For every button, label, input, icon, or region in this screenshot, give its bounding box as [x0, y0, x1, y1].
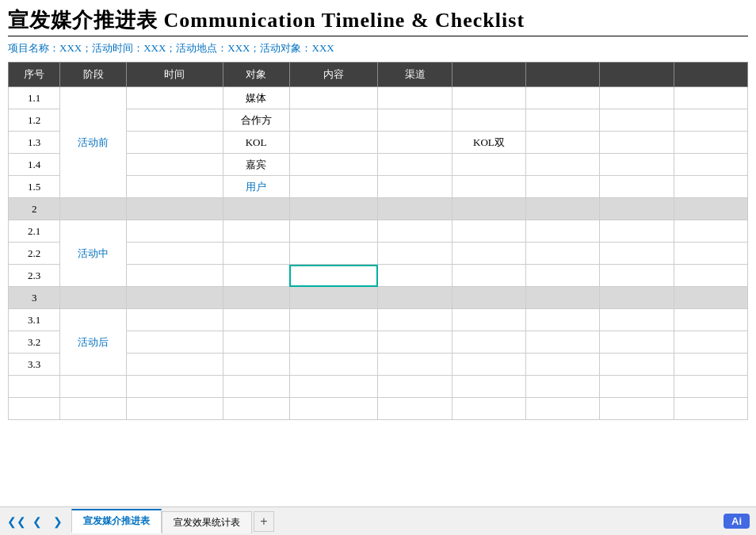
- cell-time[interactable]: [127, 132, 223, 154]
- cell-content[interactable]: [289, 154, 378, 176]
- table-row[interactable]: 3: [9, 287, 748, 309]
- table-row[interactable]: [9, 376, 748, 398]
- cell-content[interactable]: [289, 87, 378, 109]
- cell-extra-0[interactable]: [452, 265, 525, 287]
- cell-content[interactable]: [289, 265, 378, 287]
- cell-seq[interactable]: 3.2: [9, 331, 60, 353]
- cell-extra-2[interactable]: [600, 109, 674, 132]
- cell-extra-2[interactable]: [600, 198, 674, 220]
- cell-content[interactable]: [289, 398, 378, 420]
- cell-extra-1[interactable]: [526, 198, 600, 220]
- table-row[interactable]: [9, 398, 748, 420]
- table-row[interactable]: 1.1活动前媒体: [9, 87, 748, 109]
- cell-time[interactable]: [127, 176, 223, 198]
- cell-content[interactable]: [289, 287, 378, 309]
- cell-time[interactable]: [127, 398, 223, 420]
- cell-extra-3[interactable]: [674, 353, 747, 376]
- cell-time[interactable]: [127, 309, 223, 331]
- cell-seq[interactable]: 2.1: [9, 220, 60, 243]
- cell-channel[interactable]: [378, 331, 452, 353]
- cell-seq[interactable]: 1.3: [9, 132, 60, 154]
- cell-seq[interactable]: [9, 376, 60, 398]
- cell-seq[interactable]: 2.2: [9, 243, 60, 265]
- cell-target[interactable]: [223, 353, 289, 376]
- cell-extra-2[interactable]: [600, 398, 674, 420]
- ai-badge[interactable]: Ai: [724, 514, 750, 529]
- cell-extra-3[interactable]: [674, 154, 747, 176]
- cell-target[interactable]: 媒体: [223, 87, 289, 109]
- cell-content[interactable]: [289, 331, 378, 353]
- cell-content[interactable]: [289, 309, 378, 331]
- table-row[interactable]: 2.1活动中: [9, 220, 748, 243]
- cell-target[interactable]: 嘉宾: [223, 154, 289, 176]
- cell-extra-2[interactable]: [600, 287, 674, 309]
- cell-target[interactable]: [223, 309, 289, 331]
- cell-extra-0[interactable]: [452, 287, 525, 309]
- sheet-tab-1[interactable]: 宣发效果统计表: [162, 511, 252, 533]
- cell-content[interactable]: [289, 376, 378, 398]
- cell-seq[interactable]: [9, 398, 60, 420]
- cell-channel[interactable]: [378, 287, 452, 309]
- cell-extra-2[interactable]: [600, 265, 674, 287]
- cell-time[interactable]: [127, 243, 223, 265]
- cell-time[interactable]: [127, 331, 223, 353]
- cell-time[interactable]: [127, 109, 223, 132]
- cell-time[interactable]: [127, 220, 223, 243]
- cell-target[interactable]: [223, 198, 289, 220]
- cell-seq[interactable]: 1.5: [9, 176, 60, 198]
- cell-extra-1[interactable]: [526, 132, 600, 154]
- cell-seq[interactable]: 1.4: [9, 154, 60, 176]
- cell-channel[interactable]: [378, 176, 452, 198]
- cell-channel[interactable]: [378, 154, 452, 176]
- cell-content[interactable]: [289, 132, 378, 154]
- cell-extra-1[interactable]: [526, 376, 600, 398]
- cell-time[interactable]: [127, 154, 223, 176]
- cell-extra-0[interactable]: [452, 353, 525, 376]
- cell-extra-1[interactable]: [526, 176, 600, 198]
- cell-extra-3[interactable]: [674, 331, 747, 353]
- cell-extra-3[interactable]: [674, 287, 747, 309]
- cell-channel[interactable]: [378, 243, 452, 265]
- cell-channel[interactable]: [378, 265, 452, 287]
- cell-seq[interactable]: 1.2: [9, 109, 60, 132]
- cell-channel[interactable]: [378, 376, 452, 398]
- cell-extra-1[interactable]: [526, 220, 600, 243]
- cell-target[interactable]: [223, 287, 289, 309]
- cell-channel[interactable]: [378, 309, 452, 331]
- cell-extra-1[interactable]: [526, 287, 600, 309]
- cell-extra-3[interactable]: [674, 132, 747, 154]
- cell-time[interactable]: [127, 353, 223, 376]
- cell-target[interactable]: [223, 376, 289, 398]
- sheet-tab-0[interactable]: 宣发媒介推进表: [71, 509, 162, 533]
- cell-content[interactable]: [289, 109, 378, 132]
- cell-extra-1[interactable]: [526, 331, 600, 353]
- cell-content[interactable]: [289, 353, 378, 376]
- cell-extra-2[interactable]: [600, 220, 674, 243]
- cell-extra-0[interactable]: [452, 198, 525, 220]
- cell-target[interactable]: 用户: [223, 176, 289, 198]
- cell-channel[interactable]: [378, 220, 452, 243]
- cell-target[interactable]: 合作方: [223, 109, 289, 132]
- cell-extra-2[interactable]: [600, 154, 674, 176]
- cell-seq[interactable]: 1.1: [9, 87, 60, 109]
- cell-extra-3[interactable]: [674, 198, 747, 220]
- cell-time[interactable]: [127, 376, 223, 398]
- cell-extra-1[interactable]: [526, 265, 600, 287]
- cell-extra-0[interactable]: [452, 376, 525, 398]
- cell-target[interactable]: KOL: [223, 132, 289, 154]
- cell-extra-0[interactable]: [452, 87, 525, 109]
- cell-target[interactable]: [223, 265, 289, 287]
- cell-extra-1[interactable]: [526, 398, 600, 420]
- cell-channel[interactable]: [378, 398, 452, 420]
- cell-target[interactable]: [223, 398, 289, 420]
- cell-extra-1[interactable]: [526, 309, 600, 331]
- cell-extra-0[interactable]: [452, 154, 525, 176]
- cell-extra-0[interactable]: [452, 398, 525, 420]
- cell-extra-0[interactable]: [452, 220, 525, 243]
- cell-channel[interactable]: [378, 109, 452, 132]
- cell-extra-3[interactable]: [674, 376, 747, 398]
- cell-extra-1[interactable]: [526, 109, 600, 132]
- cell-extra-1[interactable]: [526, 243, 600, 265]
- nav-first-button[interactable]: ❮❮: [6, 511, 27, 532]
- cell-seq[interactable]: 3.1: [9, 309, 60, 331]
